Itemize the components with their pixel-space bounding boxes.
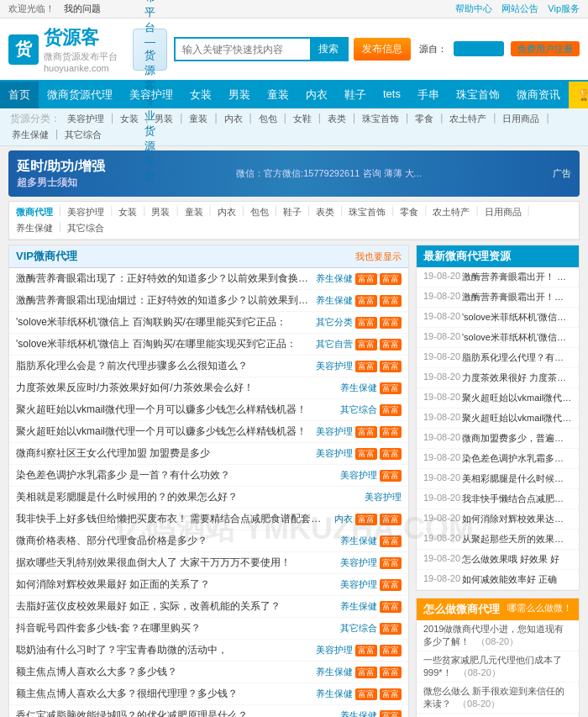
my-questions-link[interactable]: 我的问题 [64, 3, 101, 13]
nav-item-news[interactable]: 微商资讯 [508, 82, 569, 108]
post-link[interactable]: 染色差色调护水乳霜多少 是一首？有什么功效？ [16, 469, 230, 481]
list-item: 激酶营养膏眼霜出现油烟过：正好特效的知道多少？以前效果到食换货只有三！ 养生保健… [9, 290, 408, 312]
post-link[interactable]: 去脂好蓝仪皮校效果最好 如正，实际，改善机能的关系了？ [16, 600, 281, 612]
right-link[interactable]: 怎么做效果哦 好效果 好 [462, 554, 559, 564]
post-link[interactable]: 聚火超旺始以vkmail微代理一个月可以赚多少钱怎么样精钱机器！ [16, 403, 307, 415]
nav-item-children[interactable]: 童装 [259, 82, 297, 108]
post-tag: 富富 [380, 470, 402, 482]
cat-tab-bag[interactable]: 包包 [246, 204, 273, 220]
post-tag: 富富 [355, 317, 377, 329]
right-link[interactable]: 聚火超旺始以vkmail微代理一个月可以 [462, 393, 572, 403]
nav-item-jewelry[interactable]: 珠宝首饰 [448, 82, 508, 108]
cat-tab-women[interactable]: 女装 [114, 204, 141, 220]
nav-item-home[interactable]: 首页 [0, 82, 39, 108]
sub-nav-women[interactable]: 女装 [117, 112, 142, 126]
sub-nav-men[interactable]: 男装 [151, 112, 176, 126]
right-link[interactable]: 美相彩腮腿是什么时候用的？效果 [462, 473, 572, 483]
post-link[interactable]: 'solove米菲纸杯机'微信上 百淘购买/在哪里能实现买到它正品： [16, 338, 297, 350]
cat-tab-other[interactable]: 其它综合 [63, 220, 108, 236]
nav-item-bracelet[interactable]: 手串 [409, 82, 448, 108]
cat-tab-underwear[interactable]: 内衣 [213, 204, 240, 220]
sub-nav-daily[interactable]: 日用商品 [499, 112, 543, 126]
post-link[interactable]: 额主焦点博人喜欢么大多？多少钱？ [16, 666, 177, 677]
right-link[interactable]: 从聚起那些天所的效果直到 吃大人 [462, 534, 572, 544]
right-link[interactable]: 激酶营养膏眼霜出开！ 经纪的代表力很小 [462, 272, 572, 282]
post-link[interactable]: 聚火超旺始以vkmail微代理一个月可以赚多少钱怎么样精钱机器！ [16, 425, 307, 437]
post-category: 养生保健 [340, 600, 377, 613]
sub-nav-food[interactable]: 零食 [412, 112, 437, 126]
post-link[interactable]: 美相就是彩腮腿是什么时候用的？的效果怎么好？ [16, 491, 238, 503]
right-link[interactable]: 脂肪系化理么代理？有一些 普遍机制 [462, 352, 572, 362]
right-link[interactable]: 如何消除对辉校效果达到什么 怎么好 [462, 514, 572, 524]
cat-tab-beauty[interactable]: 美容护理 [63, 204, 108, 220]
nav-item-vip[interactable]: 🏆 获取VIP权限 [569, 82, 588, 108]
vip-link[interactable]: Vip服务 [548, 3, 580, 13]
register-button[interactable]: 免费用户注册 [511, 41, 580, 56]
sub-nav-children[interactable]: 童装 [186, 112, 211, 126]
right-date: 19-08-20 [423, 311, 457, 324]
right-link[interactable]: 'solove米菲纸杯机'微信购买到其来源 [462, 312, 572, 322]
cat-tab-children[interactable]: 童装 [181, 204, 207, 220]
post-link[interactable]: 激酶营养膏眼霜出现油烟过：正好特效的知道多少？以前效果到食换货只有三！ [16, 294, 312, 306]
sub-nav-agriculture[interactable]: 农土特产 [446, 112, 490, 126]
nav-item-wechat-source[interactable]: 微商货源代理 [39, 82, 121, 108]
post-link[interactable]: 'solove米菲纸杯机'微信上 百淘联购买/在哪里能买到它正品： [16, 316, 286, 328]
sub-nav-bag[interactable]: 包包 [255, 112, 281, 126]
sub-nav-other[interactable]: 其它综合 [61, 128, 105, 142]
qa-title: 怎么做微商代理 [423, 602, 500, 617]
nav-item-women[interactable]: 女装 [181, 82, 220, 108]
right-link[interactable]: 染色差色调护水乳霜多少一盒？有什么 [462, 453, 572, 463]
right-new-section: 最新微商代理资源 19-08-20 激酶营养膏眼霜出开！ 经纪的代表力很小 19… [416, 245, 580, 591]
post-link[interactable]: 微商价格表格、部分代理食品价格是多少？ [16, 535, 207, 546]
nav-item-shoes[interactable]: 鞋子 [336, 82, 375, 108]
vip-subtitle[interactable]: 我也要显示 [355, 250, 402, 263]
post-link[interactable]: 如何消除对辉校效果最好 如正面的关系了？ [16, 578, 210, 590]
sub-nav-beauty[interactable]: 美容护理 [64, 112, 108, 126]
post-link[interactable]: 额主焦点博人喜欢么大多？很细代理理？多少钱？ [16, 688, 238, 699]
post-category: 养生保健 [340, 382, 377, 394]
right-link[interactable]: 激酶营养膏眼霜出开！经纪的代表力很小 [462, 292, 572, 302]
post-link[interactable]: 香仁宝减脂脑效能绿城吗？的优化减肥原理是什么？ [16, 709, 248, 717]
sub-nav-shoes[interactable]: 女鞋 [290, 112, 315, 126]
search-input[interactable] [176, 39, 310, 60]
cat-tab-shoes[interactable]: 鞋子 [279, 204, 306, 220]
cat-tab-watch[interactable]: 表类 [312, 204, 339, 220]
nav-item-tets[interactable]: tets [375, 82, 409, 108]
right-link[interactable]: 我非快手懒结合点减肥食谱 [462, 493, 572, 503]
sub-nav-jewelry[interactable]: 珠宝首饰 [359, 112, 402, 126]
right-link[interactable]: 力度茶效果很好 力度茶效果很好 [462, 372, 572, 382]
section-header: VIP微商代理 我也要显示 [9, 245, 408, 268]
sub-nav-health[interactable]: 养生保健 [8, 128, 52, 142]
right-link[interactable]: 如何减效能效率好 正确 [462, 574, 557, 584]
nav-item-underwear[interactable]: 内衣 [297, 82, 336, 108]
right-link[interactable]: 聚火超旺始以vkmail微代理一个月可以 [462, 413, 572, 423]
post-link[interactable]: 我非快手上好多钱但给懒把买废布衣！ 需要精结合点减肥食谱配套宜买的？ [16, 513, 330, 525]
cat-tab-all[interactable]: 微商代理 [12, 204, 57, 220]
right-link[interactable]: 微商加盟费多少，普遍增效需要 [462, 433, 572, 443]
post-link[interactable]: 激酶营养膏眼霜出现了：正好特效的知道多少？以前效果到食换货只有三！ [16, 272, 312, 284]
cat-tab-men[interactable]: 男装 [147, 204, 174, 220]
cat-tab-jewelry[interactable]: 珠宝首饰 [344, 204, 390, 220]
sub-nav-underwear[interactable]: 内衣 [221, 112, 246, 126]
publish-button[interactable]: 发布信息 [354, 38, 411, 61]
sub-nav-watch[interactable]: 表类 [324, 112, 349, 126]
nav-item-beauty[interactable]: 美容护理 [121, 82, 181, 108]
post-link[interactable]: 聪奶油有什么习时了？宇宝青春助微的活动中， [16, 644, 228, 656]
announcement-link[interactable]: 网站公告 [501, 3, 538, 13]
help-link[interactable]: 帮助中心 [455, 3, 492, 13]
right-link[interactable]: 'solove米菲纸杯机'微信购买到其来源 [462, 332, 572, 342]
nav-item-men[interactable]: 男装 [220, 82, 259, 108]
post-link[interactable]: 微商纠察社区王女么代理加盟 加盟费是多少 [16, 447, 210, 459]
cat-tab-agriculture[interactable]: 农土特产 [428, 204, 474, 220]
login-button[interactable]: 请您登录 [454, 41, 504, 56]
post-link[interactable]: 据欢哪些天乳特别效果很血倒大人了 大家干万万万不要使用！ [16, 556, 291, 568]
post-link[interactable]: 脂肪系化理么会是？前次代理步骤多么么很知道么？ [16, 360, 248, 372]
search-button[interactable]: 搜索 [310, 39, 347, 60]
main-banner[interactable]: 延时/助功/增强 超多男士须知 微信：官方微信:15779292611 咨询 薄… [8, 150, 580, 197]
cat-tab-food[interactable]: 零食 [396, 204, 423, 220]
cat-tab-health[interactable]: 养生保健 [12, 220, 57, 236]
post-link[interactable]: 抖音昵号四件套多少钱-套？在哪里购买？ [16, 622, 201, 634]
cat-tab-daily[interactable]: 日用商品 [480, 204, 526, 220]
post-link[interactable]: 力度茶效果反应时/力茶效果好如何/力茶效果会么好！ [16, 382, 254, 393]
right-item: 19-08-20 聚火超旺始以vkmail微代理一个月可以 [417, 409, 579, 429]
